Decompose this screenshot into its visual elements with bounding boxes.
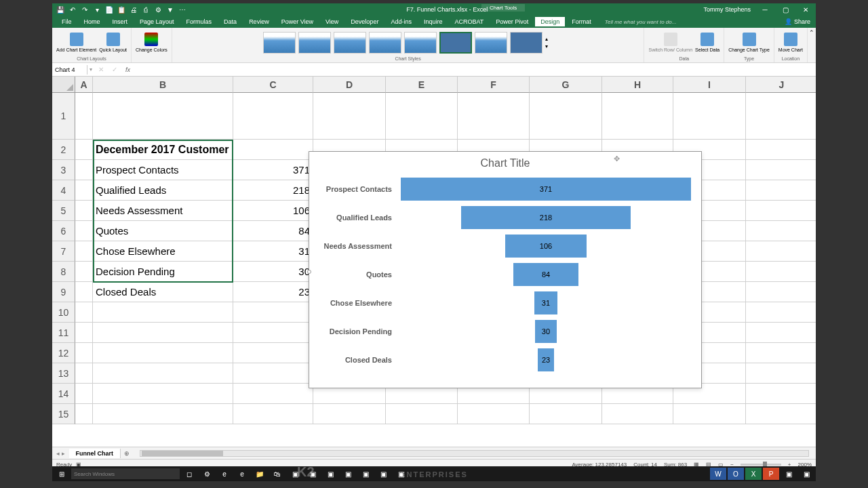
tab-insert[interactable]: Insert [107, 17, 134, 26]
maximize-icon[interactable]: ▢ [779, 5, 791, 14]
taskbar-search[interactable]: Search Windows [71, 468, 180, 479]
cell-F1[interactable] [458, 93, 530, 140]
cell-A4[interactable] [75, 180, 93, 201]
cell-C7[interactable]: 31 [233, 241, 313, 262]
cell-B4[interactable]: Qualified Leads [93, 180, 233, 201]
cell-A13[interactable] [75, 363, 93, 384]
cell-J8[interactable] [746, 262, 816, 282]
change-chart-type-button[interactable]: Change Chart Type [728, 33, 770, 53]
undo-icon[interactable]: ↶ [68, 5, 77, 14]
edge-icon[interactable]: e [216, 468, 233, 480]
row-header-14[interactable]: 14 [52, 384, 75, 404]
cell-C15[interactable] [233, 404, 313, 424]
app-icon-6[interactable]: ▣ [375, 468, 391, 480]
cell-C8[interactable]: 30 [233, 262, 313, 282]
cell-B9[interactable]: Closed Deals [93, 282, 233, 302]
cell-E1[interactable] [386, 93, 458, 140]
name-box[interactable]: Chart 4 [52, 65, 87, 75]
cell-A11[interactable] [75, 323, 93, 343]
sheet-tab-funnel[interactable]: Funnel Chart [69, 449, 121, 458]
col-header-C[interactable]: C [233, 77, 313, 93]
funnel-bar-0[interactable]: 371 [400, 177, 692, 201]
cell-C9[interactable]: 23 [233, 282, 313, 302]
cell-E15[interactable] [386, 404, 458, 424]
redo-icon[interactable]: ↷ [81, 5, 89, 14]
cell-A14[interactable] [75, 384, 93, 404]
quick-layout-button[interactable]: Quick Layout [99, 33, 127, 53]
col-header-J[interactable]: J [746, 77, 816, 93]
settings-icon[interactable]: ⚙ [199, 468, 215, 480]
fx-icon[interactable]: fx [121, 66, 134, 73]
app-icon-5[interactable]: ▣ [357, 468, 374, 480]
funnel-bar-1[interactable]: 218 [460, 205, 632, 230]
cell-B2[interactable]: December 2017 Customer Activity [93, 140, 233, 160]
row-headers[interactable]: 123456789101112131415 [52, 93, 75, 424]
tab-data[interactable]: Data [218, 17, 242, 26]
styles-up-icon[interactable]: ▴ [545, 36, 553, 42]
row-header-1[interactable]: 1 [52, 93, 75, 140]
cell-A15[interactable] [75, 404, 93, 424]
close-icon[interactable]: ✕ [800, 5, 812, 14]
cell-A9[interactable] [75, 282, 93, 302]
zoom-slider[interactable] [741, 464, 781, 466]
funnel-bar-3[interactable]: 84 [513, 262, 578, 287]
resize-handle-w[interactable] [307, 270, 311, 274]
funnel-chart[interactable]: ✥ Chart Title Prospect Contacts371Qualif… [309, 151, 702, 388]
explorer-icon[interactable]: 📁 [252, 468, 268, 480]
cell-C13[interactable] [233, 363, 313, 384]
tray-icon[interactable]: ▣ [781, 468, 797, 480]
store-icon[interactable]: 🛍 [269, 468, 285, 480]
cell-J7[interactable] [746, 241, 816, 262]
excel-icon[interactable]: X [745, 468, 762, 480]
cell-G1[interactable] [530, 93, 602, 140]
cell-B12[interactable] [93, 343, 233, 363]
row-header-3[interactable]: 3 [52, 160, 75, 180]
cell-H15[interactable] [602, 404, 673, 424]
cell-F15[interactable] [458, 404, 530, 424]
qat-icon3[interactable]: 📋 [117, 5, 125, 14]
task-view-icon[interactable]: ◻ [181, 468, 197, 480]
qat-icon4[interactable]: 🖨 [130, 5, 138, 14]
cell-B11[interactable] [93, 323, 233, 343]
cell-J14[interactable] [746, 384, 816, 404]
tab-page-layout[interactable]: Page Layout [134, 17, 180, 26]
save-icon[interactable]: 💾 [56, 5, 64, 14]
chart-style-5[interactable] [404, 32, 437, 54]
col-header-H[interactable]: H [602, 77, 673, 93]
tab-inquire[interactable]: Inquire [418, 17, 448, 26]
cell-B10[interactable] [93, 302, 233, 323]
col-header-E[interactable]: E [386, 77, 458, 93]
tell-me-input[interactable]: Tell me what you want to do... [605, 19, 677, 25]
tab-power-pivot[interactable]: Power Pivot [490, 17, 534, 26]
cell-J4[interactable] [746, 180, 816, 201]
cell-J5[interactable] [746, 201, 816, 221]
collapse-ribbon-icon[interactable]: ⌃ [808, 28, 816, 62]
cell-J9[interactable] [746, 282, 816, 302]
app-icon-2[interactable]: ▣ [304, 468, 321, 480]
chart-style-2[interactable] [298, 32, 331, 54]
cell-C5[interactable]: 106 [233, 201, 313, 221]
cell-J13[interactable] [746, 363, 816, 384]
move-handle-icon[interactable]: ✥ [614, 155, 620, 163]
share-button[interactable]: 👤 Share [779, 18, 816, 25]
funnel-bar-6[interactable]: 23 [537, 348, 555, 372]
cell-B8[interactable]: Decision Pending [93, 262, 233, 282]
cell-C10[interactable] [233, 302, 313, 323]
minimize-icon[interactable]: ─ [759, 5, 771, 14]
cell-B13[interactable] [93, 363, 233, 384]
cell-J6[interactable] [746, 221, 816, 241]
move-chart-button[interactable]: Move Chart [778, 33, 803, 53]
cell-A8[interactable] [75, 262, 93, 282]
row-header-5[interactable]: 5 [52, 201, 75, 221]
cell-A6[interactable] [75, 221, 93, 241]
select-all-corner[interactable] [52, 77, 75, 93]
horizontal-scrollbar[interactable] [140, 450, 809, 457]
sheet-nav-icon[interactable]: ◂ ▸ [52, 450, 69, 457]
cell-I1[interactable] [673, 93, 746, 140]
row-header-13[interactable]: 13 [52, 363, 75, 384]
cell-C3[interactable]: 371 [233, 160, 313, 180]
qat-icon7[interactable]: ▼ [166, 5, 174, 14]
start-button[interactable]: ⊞ [54, 468, 70, 480]
col-header-G[interactable]: G [530, 77, 602, 93]
funnel-bar-2[interactable]: 106 [505, 234, 588, 258]
